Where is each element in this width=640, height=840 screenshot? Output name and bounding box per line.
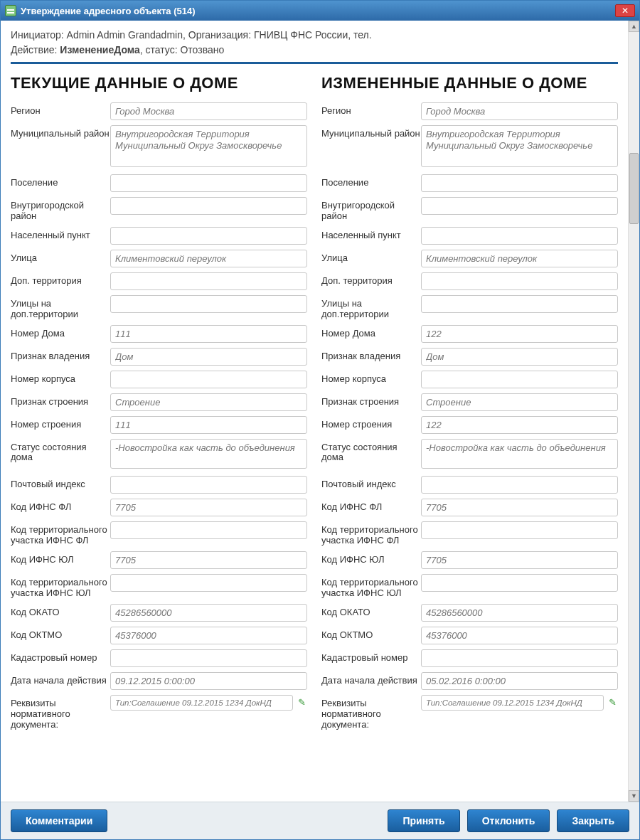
- scroll-thumb[interactable]: [629, 153, 639, 224]
- current-start-date-input[interactable]: [110, 672, 307, 690]
- changed-cadastral-input[interactable]: [421, 649, 618, 667]
- reject-button[interactable]: Отклонить: [467, 809, 550, 832]
- label-house-status: Статус состояния дома: [11, 439, 110, 464]
- scroll-track[interactable]: [629, 32, 639, 790]
- label-street: Улица: [11, 250, 110, 264]
- label-municipal: Муниципальный район: [321, 125, 421, 139]
- current-house-no-input[interactable]: [110, 325, 307, 343]
- vertical-scrollbar[interactable]: ▲ ▼: [628, 21, 639, 802]
- label-region: Регион: [321, 102, 421, 117]
- label-ownership-sign: Признак владения: [11, 348, 110, 362]
- changed-building-no-input[interactable]: [421, 371, 618, 388]
- edit-icon[interactable]: ✎: [607, 697, 618, 708]
- label-settlement: Поселение: [11, 174, 110, 188]
- label-region: Регион: [11, 102, 110, 117]
- current-okato-input[interactable]: [110, 604, 307, 622]
- label-municipal: Муниципальный район: [11, 125, 110, 139]
- separator: [11, 62, 618, 64]
- label-terr-ifns-fl: Код территориального участка ИФНС ФЛ: [11, 521, 110, 546]
- label-ifns-fl: Код ИФНС ФЛ: [11, 499, 110, 513]
- changed-street-input[interactable]: [421, 250, 618, 267]
- changed-oktmo-input[interactable]: [421, 627, 618, 644]
- current-house-status-input[interactable]: -Новостройка как часть до объединения: [110, 439, 307, 469]
- label-structure-sign: Признак строения: [321, 393, 421, 408]
- changed-okato-input[interactable]: [421, 604, 618, 622]
- current-locality-input[interactable]: [110, 227, 307, 245]
- current-ownership-sign-input[interactable]: [110, 348, 307, 366]
- label-locality: Населенный пункт: [321, 227, 421, 241]
- label-structure-no: Номер строения: [321, 416, 421, 430]
- window-close-button[interactable]: ✕: [615, 4, 635, 17]
- meta-action: ИзменениеДома: [60, 44, 139, 55]
- current-terr-ifns-ul-input[interactable]: [110, 574, 307, 592]
- label-start-date: Дата начала действия: [321, 672, 421, 686]
- changed-ifns-fl-input[interactable]: [421, 499, 618, 516]
- current-column: ТЕКУЩИЕ ДАННЫЕ О ДОМЕ Регион Муниципальн…: [11, 74, 307, 735]
- label-streets-on-add: Улицы на доп.территории: [321, 295, 421, 320]
- changed-postal-input[interactable]: [421, 476, 618, 494]
- current-ifns-ul-input[interactable]: [110, 551, 307, 569]
- current-oktmo-input[interactable]: [110, 627, 307, 644]
- scroll-down-button[interactable]: ▼: [629, 790, 639, 802]
- meta-action-prefix: Действие:: [11, 44, 60, 55]
- current-structure-sign-input[interactable]: [110, 393, 307, 411]
- changed-terr-ifns-ul-input[interactable]: [421, 574, 618, 592]
- accept-button[interactable]: Принять: [388, 809, 459, 832]
- changed-doc-req-input[interactable]: [421, 695, 604, 711]
- label-cadastral: Кадастровый номер: [11, 649, 110, 664]
- current-doc-req-input[interactable]: [110, 695, 293, 711]
- label-inner-city: Внутригородской район: [11, 197, 110, 222]
- changed-start-date-input[interactable]: [421, 672, 618, 690]
- label-oktmo: Код ОКТМО: [321, 627, 421, 641]
- changed-structure-sign-input[interactable]: [421, 393, 618, 411]
- current-building-no-input[interactable]: [110, 371, 307, 388]
- changed-add-territory-input[interactable]: [421, 272, 618, 290]
- label-start-date: Дата начала действия: [11, 672, 110, 686]
- changed-ifns-ul-input[interactable]: [421, 551, 618, 569]
- label-house-status: Статус состояния дома: [321, 439, 421, 464]
- current-street-input[interactable]: [110, 250, 307, 267]
- dialog-footer: Комментарии Принять Отклонить Закрыть: [1, 802, 639, 839]
- meta-info: Инициатор: Admin Admin Grandadmin, Орган…: [11, 28, 618, 58]
- changed-house-status-input[interactable]: -Новостройка как часть до объединения: [421, 439, 618, 469]
- label-house-no: Номер Дома: [321, 325, 421, 339]
- current-municipal-input[interactable]: Внутригородская Территория Муниципальный…: [110, 125, 307, 167]
- edit-icon[interactable]: ✎: [296, 697, 307, 708]
- label-structure-sign: Признак строения: [11, 393, 110, 408]
- changed-ownership-sign-input[interactable]: [421, 348, 618, 366]
- comments-button[interactable]: Комментарии: [11, 809, 107, 832]
- changed-locality-input[interactable]: [421, 227, 618, 245]
- changed-heading: ИЗМЕНЕННЫЕ ДАННЫЕ О ДОМЕ: [321, 74, 618, 92]
- current-region-input[interactable]: [110, 102, 307, 120]
- changed-region-input[interactable]: [421, 102, 618, 120]
- changed-terr-ifns-fl-input[interactable]: [421, 521, 618, 539]
- changed-inner-city-input[interactable]: [421, 197, 618, 215]
- scroll-viewport: Инициатор: Admin Admin Grandadmin, Орган…: [1, 21, 628, 802]
- columns: ТЕКУЩИЕ ДАННЫЕ О ДОМЕ Регион Муниципальн…: [11, 74, 618, 735]
- current-structure-no-input[interactable]: [110, 416, 307, 434]
- scroll-up-button[interactable]: ▲: [629, 21, 639, 32]
- changed-streets-on-add-input[interactable]: [421, 295, 618, 313]
- current-streets-on-add-input[interactable]: [110, 295, 307, 313]
- current-settlement-input[interactable]: [110, 174, 307, 192]
- current-inner-city-input[interactable]: [110, 197, 307, 215]
- close-button[interactable]: Закрыть: [557, 809, 629, 832]
- label-postal: Почтовый индекс: [11, 476, 110, 490]
- current-cadastral-input[interactable]: [110, 649, 307, 667]
- changed-house-no-input[interactable]: [421, 325, 618, 343]
- current-ifns-fl-input[interactable]: [110, 499, 307, 516]
- changed-municipal-input[interactable]: Внутригородская Территория Муниципальный…: [421, 125, 618, 167]
- label-ifns-ul: Код ИФНС ЮЛ: [11, 551, 110, 565]
- window-title: Утверждение адресного объекта (514): [21, 6, 615, 16]
- label-doc-req: Реквизиты нормативного документа:: [321, 695, 421, 730]
- label-add-territory: Доп. территория: [11, 272, 110, 287]
- changed-column: ИЗМЕНЕННЫЕ ДАННЫЕ О ДОМЕ Регион Муниципа…: [321, 74, 618, 735]
- changed-settlement-input[interactable]: [421, 174, 618, 192]
- current-terr-ifns-fl-input[interactable]: [110, 521, 307, 539]
- label-streets-on-add: Улицы на доп.территории: [11, 295, 110, 320]
- current-add-territory-input[interactable]: [110, 272, 307, 290]
- label-street: Улица: [321, 250, 421, 264]
- current-postal-input[interactable]: [110, 476, 307, 494]
- meta-initiator: Admin Admin Grandadmin: [67, 29, 183, 41]
- changed-structure-no-input[interactable]: [421, 416, 618, 434]
